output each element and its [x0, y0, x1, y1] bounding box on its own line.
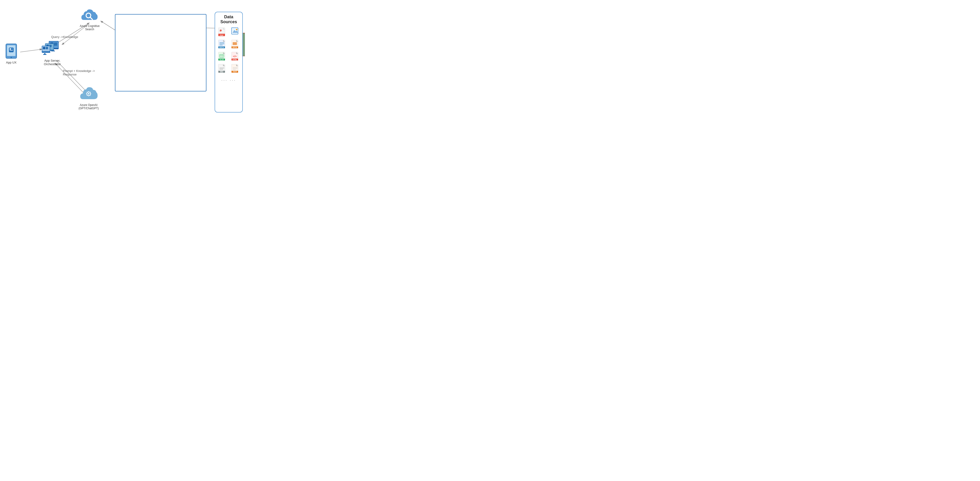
svg-text:PPTX: PPTX	[233, 47, 237, 48]
svg-rect-13	[11, 48, 13, 50]
svg-rect-31	[46, 47, 48, 49]
app-ux-label: App UX	[6, 61, 17, 64]
svg-text:XLSX: XLSX	[220, 59, 224, 60]
tablet-icon	[5, 43, 18, 59]
pdf-icon: PDF	[218, 27, 226, 38]
svg-text:TXT: TXT	[233, 71, 237, 73]
doc-intel-box: Semanticchunk Extract	[115, 14, 207, 91]
app-server: App Server,Orchestrator	[42, 39, 63, 66]
more-files-label: ... ...	[221, 77, 236, 82]
cog-search-label: Azure CognitiveSearch	[80, 24, 100, 31]
docx-icon: DOCX	[218, 40, 226, 50]
xlsx-icon: XLSX	[218, 52, 226, 62]
cloud-search-icon	[80, 7, 99, 24]
file-icons-grid: PDF	[216, 27, 241, 74]
svg-point-37	[88, 93, 89, 94]
svg-text:MD: MD	[220, 71, 223, 73]
svg-rect-19	[54, 43, 57, 46]
diagram-container: App UX App Server,Orchestrato	[0, 0, 245, 120]
server-icon	[42, 39, 63, 57]
openai-icon	[79, 86, 98, 102]
svg-point-15	[11, 57, 12, 58]
app-ux: App UX	[5, 43, 18, 64]
data-sources-title: Data Sources	[216, 14, 241, 24]
svg-text:PDF: PDF	[220, 34, 224, 37]
pptx-icon: PPTX	[231, 40, 240, 50]
data-sources-box: Data Sources PDF	[215, 12, 243, 113]
svg-rect-33	[43, 54, 46, 55]
md-icon: MD	[218, 64, 226, 74]
txt-icon: TXT	[231, 64, 240, 74]
html-icon: HTML </>	[231, 52, 240, 62]
svg-text:DOCX: DOCX	[219, 47, 224, 48]
svg-rect-32	[44, 53, 46, 54]
svg-text:HTML: HTML	[232, 59, 237, 60]
query-knowledge-label: Query ->Knowledge	[51, 35, 78, 39]
svg-point-66	[236, 29, 237, 30]
app-server-label: App Server,Orchestrator	[44, 59, 61, 66]
svg-rect-75	[233, 42, 237, 45]
svg-line-45	[90, 92, 91, 92]
svg-rect-14	[10, 50, 13, 51]
prompt-knowledge-label: Prompt + Knowledge ->Response	[63, 69, 95, 76]
svg-text:</>: </>	[233, 55, 237, 58]
cog-search: Azure CognitiveSearch	[80, 7, 100, 31]
svg-line-0	[20, 49, 42, 52]
svg-rect-11	[9, 48, 14, 52]
openai: Azure OpenAI(GPT/ChatGPT)	[79, 86, 99, 110]
openai-label: Azure OpenAI(GPT/ChatGPT)	[79, 103, 99, 110]
svg-rect-12	[10, 48, 11, 50]
svg-line-43	[90, 95, 91, 96]
image-icon	[231, 27, 240, 38]
svg-line-5	[101, 21, 115, 30]
svg-rect-30	[43, 47, 45, 49]
svg-line-44	[87, 95, 87, 96]
svg-line-42	[87, 92, 87, 92]
